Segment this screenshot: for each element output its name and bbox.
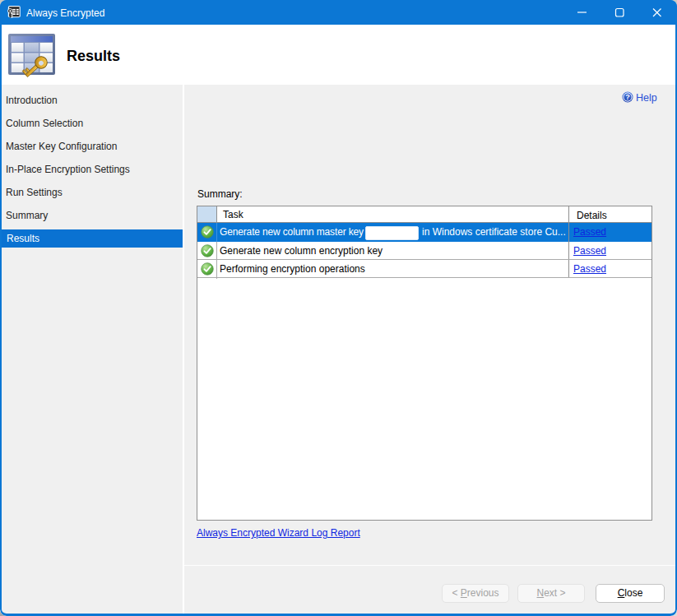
svg-text:?: ?: [625, 93, 630, 101]
